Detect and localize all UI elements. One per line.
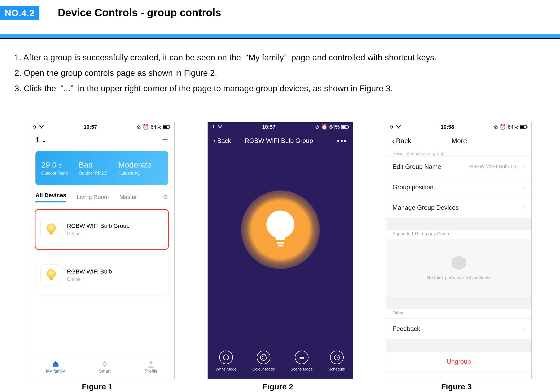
svg-point-8 (103, 362, 106, 366)
svg-point-27 (262, 356, 263, 357)
svg-point-28 (262, 358, 263, 359)
row-label: Manage Group Devices (392, 204, 459, 211)
chevron-right-icon: › (523, 184, 525, 191)
svg-rect-23 (276, 237, 285, 240)
temp-label: Outdoor Temp (41, 171, 68, 176)
feedback-row[interactable]: Feedback › (386, 318, 531, 339)
device-name: RGBW WIFI Bulb Group (67, 223, 129, 229)
row-label: Group position. (392, 184, 435, 191)
status-time: 10:58 (441, 124, 454, 130)
svg-rect-38 (520, 126, 524, 128)
svg-point-26 (223, 355, 229, 360)
svg-point-4 (47, 223, 56, 233)
pm25-value: Bad (79, 160, 107, 169)
status-bar: ✈ 10:57 ⊘⏰64% (29, 122, 174, 132)
svg-line-13 (102, 361, 103, 362)
list-icon (295, 351, 308, 364)
device-card-group[interactable]: RGBW WIFI Bulb Group Online (35, 210, 168, 249)
airplane-icon: ✈ (211, 124, 216, 130)
figure-2-caption: Figure 2 (263, 382, 293, 391)
airplane-icon: ✈ (390, 124, 394, 130)
svg-point-36 (398, 128, 399, 128)
tab-living-room[interactable]: Living Room (77, 194, 109, 201)
page-title: More (393, 137, 526, 145)
wifi-icon (217, 124, 223, 130)
device-name: RGBW WIFI Bulb (67, 268, 112, 275)
chevron-right-icon: › (523, 163, 525, 170)
svg-rect-2 (163, 126, 167, 128)
rotation-lock-icon: ⊘ (494, 124, 498, 130)
section-number-badge: NO.4.2 (0, 6, 39, 20)
row-label: Feedback (392, 325, 420, 332)
page-title: RGBW WIFI Bulb Group (221, 137, 337, 144)
section-title: Device Controls - group controls (58, 7, 221, 19)
svg-line-35 (337, 357, 338, 358)
svg-rect-39 (527, 126, 527, 128)
palette-icon (257, 351, 270, 364)
figure-1-caption: Figure 1 (82, 382, 113, 391)
instruction-2: 2. Open the group controls page as shown… (14, 65, 437, 81)
more-menu-button[interactable]: ••• (337, 137, 347, 145)
figure-1-phone: ✈ 10:57 ⊘⏰64% 1 ⌄ + 29.0°C Outdoor Temp … (29, 122, 175, 379)
device-card-single[interactable]: RGBW WIFI Bulb Online (35, 255, 168, 295)
edit-group-name-row[interactable]: Edit Group Name RGBW WIFI Bulb Gr... › (386, 156, 531, 177)
status-bar: ✈ 10:57 ⊘⏰64% (208, 122, 353, 132)
tab-master[interactable]: Master (119, 194, 137, 201)
scene-mode-button[interactable]: Scene Mode (291, 351, 313, 371)
section-header-basic-info: Basic information of group (386, 150, 531, 156)
nav-profile[interactable]: Profile (145, 360, 157, 374)
svg-point-17 (149, 361, 153, 364)
battery-icon (163, 124, 171, 130)
device-status: Online (67, 231, 129, 237)
pm25-label: Outdoor PM2.5 (79, 171, 107, 176)
bulb-icon (41, 265, 62, 286)
alarm-icon: ⏰ (500, 124, 506, 130)
svg-rect-5 (50, 232, 53, 235)
svg-rect-7 (50, 278, 53, 280)
bottom-nav: My family Smart Profile (29, 355, 174, 379)
mode-nav: White Mode Colour Mode Scene Mode Schedu… (208, 347, 353, 379)
ungroup-button[interactable]: Ungroup (386, 351, 531, 372)
weather-card[interactable]: 29.0°C Outdoor Temp Bad Outdoor PM2.5 Mo… (35, 151, 168, 185)
add-device-button[interactable]: + (162, 134, 168, 146)
nav-my-family[interactable]: My family (46, 360, 65, 374)
room-settings-icon[interactable]: ⚙ (163, 194, 168, 201)
schedule-button[interactable]: Schedule (328, 351, 345, 371)
aqi-value: Moderate (118, 160, 152, 169)
svg-point-22 (266, 211, 294, 239)
tab-all-devices[interactable]: All Devices (35, 192, 66, 202)
svg-line-16 (107, 361, 107, 362)
manage-group-devices-row[interactable]: Manage Group Devices › (386, 197, 531, 218)
nav-smart[interactable]: Smart (99, 360, 111, 374)
svg-point-0 (41, 128, 42, 128)
white-mode-button[interactable]: White Mode (216, 351, 237, 371)
wifi-icon (39, 124, 44, 130)
status-time: 10:57 (262, 124, 275, 130)
svg-rect-21 (348, 126, 349, 128)
figure-3-phone: ✈ 10:58 ⊘⏰64% ‹Back More Basic informati… (386, 122, 532, 379)
svg-point-18 (220, 128, 221, 128)
colour-mode-button[interactable]: Colour Mode (252, 351, 275, 371)
status-time: 10:57 (83, 124, 97, 130)
figure-3-caption: Figure 3 (441, 382, 472, 391)
third-party-empty-text: No third-party control available (427, 275, 491, 281)
row-label: Edit Group Name (392, 163, 441, 170)
device-status: Online (67, 277, 112, 282)
figure-2-phone: ✈ 10:57 ⊘⏰64% ‹Back RGBW WIFI Bulb Group… (207, 122, 353, 379)
battery-percent: 64% (508, 124, 518, 130)
rotation-lock-icon: ⊘ (137, 124, 141, 130)
alarm-icon: ⏰ (143, 124, 149, 130)
section-header-other: Other (386, 309, 531, 318)
chevron-left-icon: ‹ (213, 137, 216, 144)
group-position-row[interactable]: Group position. › (386, 177, 531, 197)
home-selector[interactable]: 1 ⌄ (35, 135, 46, 144)
chevron-right-icon: › (523, 325, 525, 332)
bulb-power-button[interactable] (241, 190, 320, 269)
battery-icon (341, 124, 349, 130)
svg-point-6 (47, 269, 56, 278)
svg-rect-20 (342, 126, 346, 128)
row-value: RGBW WIFI Bulb Gr... (468, 164, 521, 170)
temp-unit: °C (56, 163, 62, 169)
header-divider (0, 34, 560, 39)
cube-icon (452, 256, 466, 270)
